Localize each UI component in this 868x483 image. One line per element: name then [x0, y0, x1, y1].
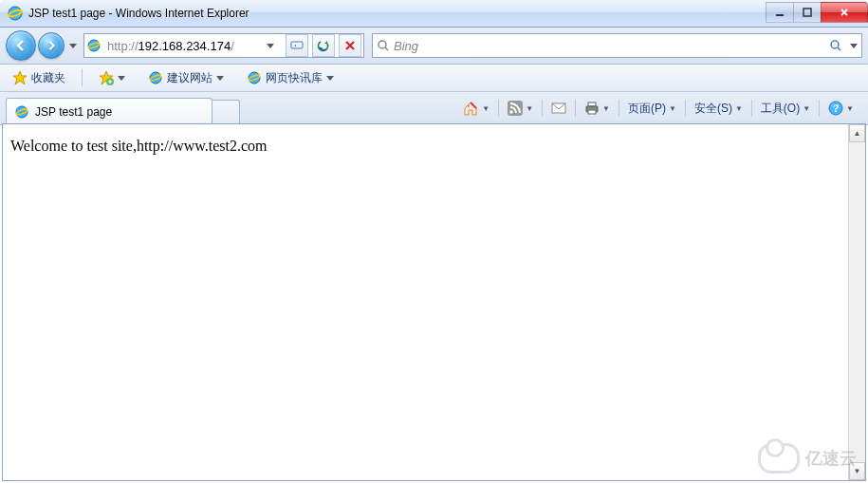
tab-bar: JSP test1 page ▼ ▼ ▼ 页面(P)▼ 安全(S)▼ 工具(O)…: [0, 92, 868, 125]
svg-text:?: ?: [833, 102, 840, 114]
svg-rect-2: [776, 14, 784, 16]
rss-icon: [508, 101, 523, 116]
search-dropdown[interactable]: [850, 44, 858, 48]
svg-rect-6: [291, 42, 303, 48]
favorites-button[interactable]: 收藏夹: [6, 67, 72, 89]
stop-button[interactable]: [339, 34, 361, 57]
svg-rect-7: [295, 45, 296, 46]
suggested-sites-button[interactable]: 建议网站: [141, 67, 231, 89]
page-body: Welcome to test site,http://www.test2.co…: [3, 124, 848, 480]
back-button[interactable]: [6, 30, 36, 61]
add-favorite-button[interactable]: [92, 67, 132, 88]
svg-rect-20: [508, 101, 523, 116]
svg-line-11: [838, 47, 840, 50]
tab-active[interactable]: JSP test1 page: [6, 98, 212, 125]
favorites-bar: 收藏夹 建议网站 网页快讯库: [0, 65, 868, 92]
ie-logo-icon: [8, 6, 23, 21]
svg-rect-19: [468, 104, 470, 107]
window-controls: [766, 2, 868, 21]
mail-icon: [551, 102, 566, 114]
ie-page-icon: [14, 104, 29, 120]
feeds-button[interactable]: ▼: [505, 99, 536, 118]
svg-rect-23: [588, 102, 596, 106]
watermark: 亿速云: [758, 443, 857, 474]
compat-view-button[interactable]: [286, 34, 308, 57]
star-add-icon: [99, 70, 114, 85]
svg-rect-3: [803, 9, 811, 16]
refresh-button[interactable]: [312, 34, 335, 57]
page-text: Welcome to test site,http://www.test2.co…: [10, 138, 268, 154]
ie-icon: [247, 70, 262, 85]
webslices-button[interactable]: 网页快讯库: [240, 67, 341, 89]
navigation-toolbar: http://192.168.234.174/ Bing: [0, 28, 868, 65]
tab-title: JSP test1 page: [35, 105, 112, 119]
svg-point-21: [509, 110, 513, 114]
maximize-button[interactable]: [793, 2, 822, 23]
minimize-button[interactable]: [766, 2, 794, 23]
svg-point-8: [379, 41, 386, 48]
search-icon: [377, 39, 390, 52]
svg-rect-25: [588, 110, 596, 114]
mail-button[interactable]: [548, 101, 569, 116]
search-submit-button[interactable]: [825, 35, 846, 56]
ie-page-icon: [86, 38, 102, 53]
print-icon: [584, 101, 600, 116]
print-button[interactable]: ▼: [582, 99, 613, 118]
star-icon: [12, 70, 28, 85]
search-placeholder: Bing: [394, 39, 822, 53]
url-dropdown[interactable]: [259, 34, 282, 57]
separator: [82, 69, 83, 86]
ie-icon: [148, 70, 163, 85]
new-tab-button[interactable]: [212, 100, 240, 125]
command-bar: ▼ ▼ ▼ 页面(P)▼ 安全(S)▼ 工具(O)▼ ?▼: [240, 92, 862, 124]
url-text: http://192.168.234.174/: [105, 39, 255, 53]
safety-menu[interactable]: 安全(S)▼: [692, 99, 746, 119]
svg-point-10: [831, 41, 839, 48]
help-button[interactable]: ?▼: [825, 99, 857, 118]
window-title: JSP test1 page - Windows Internet Explor…: [28, 7, 766, 20]
titlebar: JSP test1 page - Windows Internet Explor…: [0, 0, 868, 28]
svg-line-9: [385, 47, 388, 50]
scroll-up-button[interactable]: ▲: [849, 124, 865, 142]
close-button[interactable]: [821, 2, 868, 23]
nav-history-dropdown[interactable]: [66, 33, 80, 58]
home-button[interactable]: ▼: [459, 98, 492, 119]
tools-menu[interactable]: 工具(O)▼: [758, 99, 813, 119]
home-icon: [462, 100, 479, 117]
cloud-icon: [758, 443, 800, 474]
content-viewport: Welcome to test site,http://www.test2.co…: [2, 123, 866, 481]
forward-button[interactable]: [38, 32, 65, 59]
help-icon: ?: [828, 101, 843, 116]
search-bar[interactable]: Bing: [372, 33, 862, 58]
page-menu[interactable]: 页面(P)▼: [625, 99, 679, 119]
vertical-scrollbar[interactable]: ▲ ▼: [848, 124, 865, 480]
address-bar[interactable]: http://192.168.234.174/: [83, 33, 364, 58]
